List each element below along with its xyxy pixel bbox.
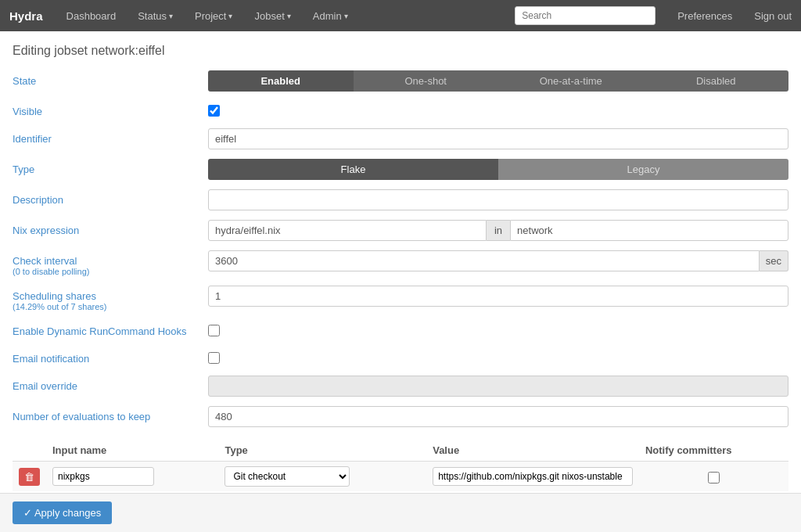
description-row: Description — [13, 189, 788, 210]
interval-suffix: sec — [760, 250, 788, 271]
identifier-control — [208, 128, 788, 149]
nav-admin[interactable]: Admin — [308, 10, 353, 22]
signout-link[interactable]: Sign out — [754, 10, 792, 22]
navbar: Hydra Dashboard Status Project Jobset Ad… — [0, 0, 801, 31]
visible-control — [208, 101, 788, 119]
state-enabled[interactable]: Enabled — [208, 70, 354, 92]
footer-bar: ✓ Apply changes — [0, 493, 801, 532]
check-interval-row: Check interval (0 to disable polling) se… — [13, 250, 788, 276]
dynamic-hooks-row: Enable Dynamic RunCommand Hooks — [13, 321, 788, 339]
num-evaluations-input[interactable] — [208, 406, 788, 427]
visible-label: Visible — [13, 101, 208, 117]
nav-project[interactable]: Project — [190, 10, 237, 22]
num-evaluations-label: Number of evaluations to keep — [13, 406, 208, 422]
notify-committers-checkbox[interactable] — [708, 472, 720, 483]
nix-row: in — [208, 220, 788, 241]
scheduling-shares-row: Scheduling shares (14.29% out of 7 share… — [13, 286, 788, 311]
page-content: Editing jobset network:eiffel State Enab… — [0, 31, 801, 532]
delete-input-button[interactable]: 🗑 — [19, 468, 40, 486]
brand[interactable]: Hydra — [9, 9, 43, 23]
input-name-field[interactable] — [52, 467, 154, 486]
email-override-row: Email override — [13, 376, 788, 397]
interval-row: sec — [208, 250, 788, 271]
description-control — [208, 189, 788, 210]
col-input-name: Input name — [46, 440, 218, 462]
dynamic-hooks-label: Enable Dynamic RunCommand Hooks — [13, 321, 208, 337]
state-oneatatime[interactable]: One-at-a-time — [498, 70, 644, 92]
email-notification-checkbox[interactable] — [208, 352, 220, 364]
type-flake[interactable]: Flake — [208, 159, 498, 180]
email-override-control — [208, 376, 788, 397]
num-evaluations-row: Number of evaluations to keep — [13, 406, 788, 427]
identifier-input[interactable] — [208, 128, 788, 149]
nix-expression-label: Nix expression — [13, 220, 208, 236]
email-override-label: Email override — [13, 376, 208, 392]
identifier-label: Identifier — [13, 128, 208, 145]
nav-status[interactable]: Status — [133, 10, 178, 22]
type-label: Type — [13, 159, 208, 175]
identifier-row: Identifier — [13, 128, 788, 149]
type-control: Flake Legacy — [208, 159, 788, 180]
value-input[interactable] — [433, 467, 633, 486]
state-control: Enabled One-shot One-at-a-time Disabled — [208, 70, 788, 92]
type-group: Flake Legacy — [208, 159, 788, 180]
apply-changes-button[interactable]: ✓ Apply changes — [13, 501, 112, 524]
check-interval-control: sec — [208, 250, 788, 271]
visible-checkbox[interactable] — [208, 105, 220, 117]
nix-expression-row: Nix expression in — [13, 220, 788, 241]
col-type: Type — [218, 440, 426, 462]
email-notification-label: Email notification — [13, 348, 208, 365]
state-row: State Enabled One-shot One-at-a-time Dis… — [13, 70, 788, 92]
description-input[interactable] — [208, 189, 788, 210]
inputs-table-header: Input name Type Value Notify committers — [13, 440, 788, 462]
state-disabled[interactable]: Disabled — [644, 70, 789, 92]
page-title: Editing jobset network:eiffel — [13, 44, 788, 58]
type-row: Type Flake Legacy — [13, 159, 788, 180]
dynamic-hooks-control — [208, 321, 788, 339]
state-group: Enabled One-shot One-at-a-time Disabled — [208, 70, 788, 92]
state-oneshot[interactable]: One-shot — [354, 70, 499, 92]
nix-expression-control: in — [208, 220, 788, 241]
check-interval-input[interactable] — [208, 250, 760, 271]
check-interval-label: Check interval (0 to disable polling) — [13, 250, 208, 276]
nix-in-label: in — [487, 220, 510, 241]
scheduling-shares-control — [208, 286, 788, 307]
nav-dashboard[interactable]: Dashboard — [62, 10, 121, 22]
visible-row: Visible — [13, 101, 788, 119]
nix-repo-input[interactable] — [510, 220, 788, 241]
preferences-link[interactable]: Preferences — [677, 10, 732, 22]
state-label: State — [13, 70, 208, 87]
scheduling-shares-input[interactable] — [208, 286, 788, 307]
description-label: Description — [13, 189, 208, 206]
type-legacy[interactable]: Legacy — [498, 159, 788, 180]
col-delete — [13, 440, 46, 462]
email-notification-row: Email notification — [13, 348, 788, 366]
type-select[interactable]: Git checkoutSVN checkoutBooleanStringNix… — [224, 466, 350, 487]
search-input[interactable] — [515, 6, 656, 25]
scheduling-shares-label: Scheduling shares (14.29% out of 7 share… — [13, 286, 208, 311]
col-notify: Notify committers — [639, 440, 788, 462]
num-evaluations-control — [208, 406, 788, 427]
col-value: Value — [426, 440, 639, 462]
email-override-input[interactable] — [208, 376, 788, 397]
email-notification-control — [208, 348, 788, 366]
dynamic-hooks-checkbox[interactable] — [208, 325, 220, 336]
table-row: 🗑Git checkoutSVN checkoutBooleanStringNi… — [13, 462, 788, 492]
nav-jobset[interactable]: Jobset — [250, 10, 295, 22]
nix-file-input[interactable] — [208, 220, 487, 241]
